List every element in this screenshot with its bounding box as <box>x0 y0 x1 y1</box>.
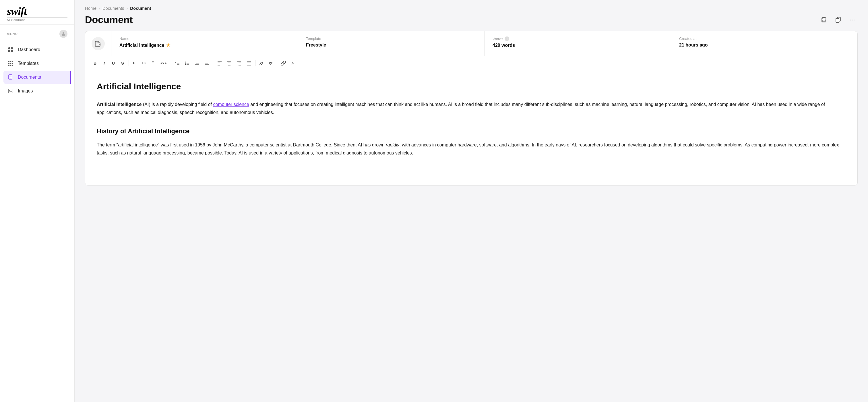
italic-rapidly: rapidly <box>386 143 399 147</box>
editor-content[interactable]: Artificial Intelligence Artificial Intel… <box>85 70 857 185</box>
h1-button[interactable]: H1 <box>131 59 139 67</box>
svg-rect-4 <box>11 50 13 52</box>
sidebar-item-documents-label: Documents <box>18 75 41 80</box>
superscript-button[interactable]: X2 <box>267 59 275 67</box>
main-area: Home › Documents › Document Document <box>74 0 868 402</box>
editor-toolbar: B I U S H1 H2 " </> 1. <box>85 56 857 70</box>
svg-rect-6 <box>10 61 11 62</box>
page-title: Document <box>85 14 133 25</box>
underline-specific-problems: specific problems <box>707 143 743 147</box>
breadcrumb: Home › Documents › Document <box>85 6 858 11</box>
breadcrumb-sep-2: › <box>127 6 128 11</box>
favorite-star[interactable]: ★ <box>166 42 170 48</box>
paragraph-1: Artificial Intelligence (AI) is a rapidl… <box>97 100 846 117</box>
link-computer-science[interactable]: computer science <box>213 102 249 107</box>
copy-button[interactable] <box>833 14 843 25</box>
toolbar-sep-5 <box>277 60 277 66</box>
svg-rect-9 <box>10 63 11 64</box>
bold-text-1: Artificial Intelligence <box>97 102 142 107</box>
breadcrumb-documents[interactable]: Documents <box>102 6 124 11</box>
meta-words: Words i 420 words <box>485 31 671 56</box>
strikethrough-button[interactable]: S <box>119 59 127 67</box>
toolbar-sep-2 <box>171 60 171 66</box>
sidebar-item-images-label: Images <box>18 88 33 94</box>
meta-created: Created at 21 hours ago <box>671 31 857 56</box>
svg-rect-5 <box>8 61 9 62</box>
header-actions: ··· <box>818 14 858 25</box>
svg-rect-7 <box>12 61 13 62</box>
doc-icon-area <box>85 31 112 56</box>
svg-rect-22 <box>823 20 825 22</box>
align-right-button[interactable] <box>235 59 243 67</box>
svg-rect-24 <box>836 19 839 22</box>
svg-rect-8 <box>8 63 9 64</box>
svg-point-32 <box>185 64 186 65</box>
page-title-row: Document ··· <box>85 14 858 25</box>
italic-button[interactable]: I <box>100 59 108 67</box>
menu-label: MENU <box>7 32 18 36</box>
words-info-icon[interactable]: i <box>505 36 509 41</box>
logo-area: swift AI Solutions <box>0 0 74 25</box>
bold-button[interactable]: B <box>91 59 99 67</box>
meta-words-value: 420 words <box>493 43 663 48</box>
breadcrumb-home[interactable]: Home <box>85 6 96 11</box>
meta-created-value: 21 hours ago <box>679 42 849 48</box>
svg-rect-2 <box>11 48 13 50</box>
indent-left-button[interactable] <box>193 59 201 67</box>
user-avatar[interactable] <box>59 30 67 38</box>
svg-rect-15 <box>9 76 12 76</box>
breadcrumb-sep-1: › <box>99 6 100 11</box>
meta-name: Name Artificial intelligence ★ <box>112 31 298 56</box>
svg-rect-10 <box>12 63 13 64</box>
link-button[interactable] <box>279 59 288 67</box>
svg-rect-1 <box>8 48 10 50</box>
align-justify-button[interactable] <box>245 59 253 67</box>
svg-rect-11 <box>8 65 9 66</box>
content-area: Name Artificial intelligence ★ Template … <box>74 25 868 402</box>
svg-rect-13 <box>12 65 13 66</box>
h2-button[interactable]: H2 <box>140 59 148 67</box>
sidebar-item-documents[interactable]: Documents <box>3 71 71 84</box>
sidebar-item-dashboard-label: Dashboard <box>18 47 40 52</box>
ellipsis-icon: ··· <box>849 17 856 23</box>
sidebar-item-images[interactable]: Images <box>3 85 71 98</box>
paragraph-2: The term "artificial intelligence" was f… <box>97 141 846 157</box>
breadcrumb-document: Document <box>130 6 151 11</box>
clear-format-button[interactable]: Ix <box>289 59 297 67</box>
svg-rect-18 <box>8 89 13 93</box>
image-icon <box>7 88 14 94</box>
meta-template: Template Freestyle <box>298 31 485 56</box>
sidebar-item-templates[interactable]: Templates <box>3 57 71 70</box>
toolbar-sep-3 <box>213 60 213 66</box>
header: Home › Documents › Document Document <box>74 0 868 25</box>
logo-subtitle: AI Solutions <box>7 17 67 22</box>
svg-rect-3 <box>8 50 10 52</box>
svg-point-30 <box>185 62 186 63</box>
underline-button[interactable]: U <box>110 59 117 67</box>
blockquote-button[interactable]: " <box>149 59 157 67</box>
meta-words-label: Words i <box>493 36 663 41</box>
svg-point-19 <box>9 90 10 91</box>
indent-right-button[interactable] <box>203 59 211 67</box>
align-left-button[interactable] <box>215 59 224 67</box>
more-options-button[interactable]: ··· <box>847 14 858 25</box>
ul-button[interactable] <box>183 59 191 67</box>
svg-rect-17 <box>9 78 11 79</box>
meta-name-value: Artificial intelligence ★ <box>119 42 290 48</box>
save-button[interactable] <box>818 14 829 25</box>
document-main-title: Artificial Intelligence <box>97 79 846 94</box>
code-button[interactable]: </> <box>158 59 169 67</box>
subscript-button[interactable]: X2 <box>257 59 266 67</box>
meta-row: Name Artificial intelligence ★ Template … <box>85 31 857 56</box>
svg-rect-16 <box>9 77 12 78</box>
ol-button[interactable]: 1. <box>173 59 182 67</box>
align-center-button[interactable] <box>225 59 234 67</box>
meta-name-label: Name <box>119 36 290 41</box>
doc-icon <box>7 74 14 81</box>
menu-label-row: MENU <box>0 25 74 41</box>
logo: swift <box>7 6 67 17</box>
sidebar-item-templates-label: Templates <box>18 61 39 66</box>
sidebar-item-dashboard[interactable]: Dashboard <box>3 43 71 56</box>
apps-icon <box>7 60 14 67</box>
meta-created-label: Created at <box>679 36 849 41</box>
